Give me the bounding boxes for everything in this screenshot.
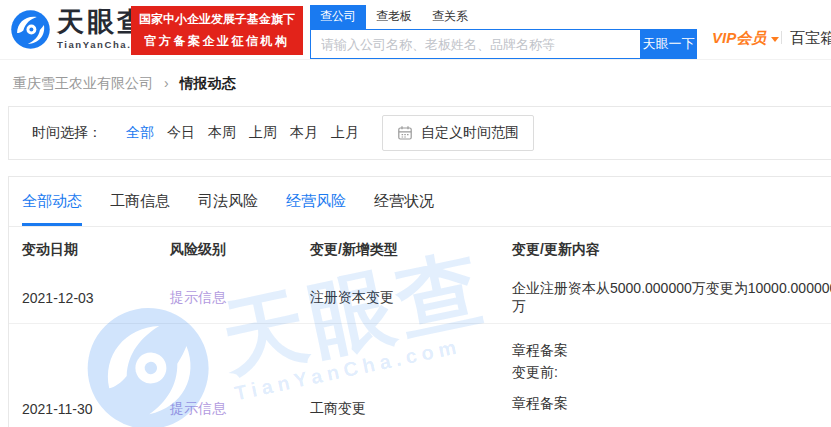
tab-all-updates[interactable]: 全部动态 — [22, 177, 82, 226]
change-content: 章程备案 变更前: 章程备案 — [512, 324, 831, 427]
column-header-date: 变动日期 — [22, 241, 170, 259]
column-header-risk-level: 风险级别 — [170, 241, 310, 259]
change-content: 企业注册资本从5000.000000万变更为10000.000000万 — [512, 280, 831, 316]
change-type: 注册资本变更 — [310, 289, 512, 307]
custom-time-range-button[interactable]: 自定义时间范围 — [382, 115, 534, 151]
change-date: 2021-12-03 — [22, 290, 170, 306]
time-option-last-week[interactable]: 上周 — [249, 124, 277, 142]
table-header-row: 变动日期 风险级别 变更/新增类型 变更/更新内容 — [9, 227, 831, 273]
column-header-change-type: 变更/新增类型 — [310, 241, 512, 259]
category-tabs: 全部动态 工商信息 司法风险 经营风险 经营状况 — [9, 177, 831, 227]
tab-judicial-risk[interactable]: 司法风险 — [198, 177, 258, 226]
tab-operating-status[interactable]: 经营状况 — [374, 177, 434, 226]
tab-operating-risk[interactable]: 经营风险 — [286, 177, 346, 226]
vip-member-link[interactable]: VIP会员 — [712, 29, 779, 48]
risk-level-link[interactable]: 提示信息 — [170, 400, 226, 416]
intelligence-card: 全部动态 工商信息 司法风险 经营风险 经营状况 变动日期 风险级别 变更/新增… — [8, 176, 831, 427]
column-header-change-content: 变更/更新内容 — [512, 241, 831, 259]
change-content-line: 章程备案 — [512, 392, 831, 414]
badge-line2: 官方备案企业征信机构 — [139, 31, 295, 53]
time-filter-options: 全部 今日 本周 上周 本月 上月 — [113, 124, 359, 142]
change-type: 工商变更 — [310, 400, 512, 418]
search-input[interactable] — [310, 29, 640, 59]
breadcrumb-separator: › — [164, 75, 169, 91]
official-certification-badge: 国家中小企业发展子基金旗下 官方备案企业征信机构 — [131, 6, 303, 55]
custom-time-range-label: 自定义时间范围 — [421, 124, 519, 142]
search-tabs: 查公司 查老板 查关系 — [310, 5, 697, 29]
vip-label: VIP会员 — [712, 29, 766, 48]
risk-level-link[interactable]: 提示信息 — [170, 289, 226, 305]
change-content-line: 章程备案 — [512, 339, 831, 361]
top-header: 天眼查 TianYanCha.com 国家中小企业发展子基金旗下 官方备案企业征… — [0, 0, 831, 60]
calendar-icon — [397, 125, 413, 141]
search-tab-boss[interactable]: 查老板 — [366, 5, 422, 29]
tianyancha-logo-icon — [9, 8, 52, 51]
time-option-last-month[interactable]: 上月 — [331, 124, 359, 142]
chevron-down-icon — [771, 37, 779, 42]
search-area: 查公司 查老板 查关系 天眼一下 — [310, 5, 697, 59]
toolbox-link[interactable]: 百宝箱 — [790, 29, 831, 48]
search-tab-company[interactable]: 查公司 — [310, 5, 366, 29]
search-button[interactable]: 天眼一下 — [640, 29, 697, 59]
header-divider — [781, 31, 782, 44]
change-content-line: 变更前: — [512, 361, 831, 383]
table-row: 2021-11-30 提示信息 工商变更 章程备案 变更前: 章程备案 — [9, 324, 831, 427]
change-date: 2021-11-30 — [22, 401, 170, 417]
breadcrumb-company-link[interactable]: 重庆雪王农业有限公司 — [13, 75, 153, 91]
search-tab-relation[interactable]: 查关系 — [422, 5, 478, 29]
badge-line1: 国家中小企业发展子基金旗下 — [139, 9, 295, 31]
time-option-this-month[interactable]: 本月 — [290, 124, 318, 142]
tab-business-info[interactable]: 工商信息 — [110, 177, 170, 226]
breadcrumb-current-page: 情报动态 — [179, 75, 235, 91]
table-row: 2021-12-03 提示信息 注册资本变更 企业注册资本从5000.00000… — [9, 273, 831, 324]
breadcrumb: 重庆雪王农业有限公司 › 情报动态 — [0, 60, 831, 106]
time-option-today[interactable]: 今日 — [167, 124, 195, 142]
time-filter-card: 时间选择： 全部 今日 本周 上周 本月 上月 自定义时间范围 — [8, 106, 831, 160]
time-filter-label: 时间选择： — [32, 124, 102, 142]
time-option-this-week[interactable]: 本周 — [208, 124, 236, 142]
time-option-all[interactable]: 全部 — [126, 124, 154, 142]
